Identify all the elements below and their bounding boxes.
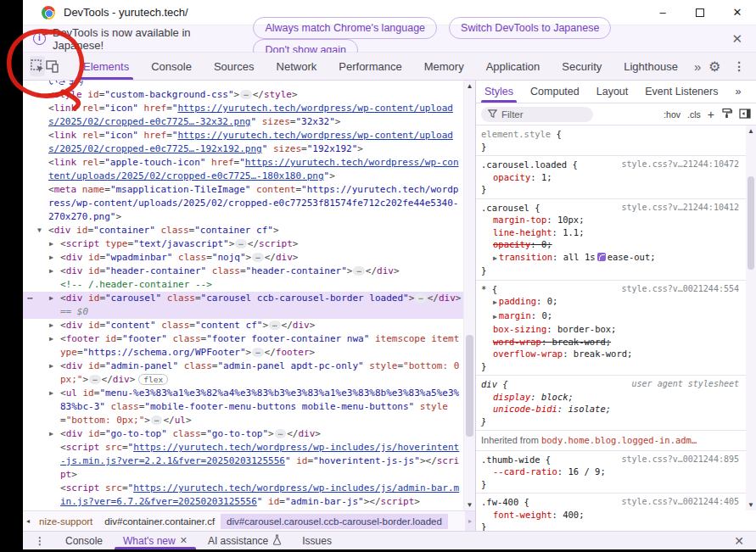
tree-row[interactable]: <!-- /.header-container --> — [23, 278, 463, 292]
notification-button[interactable]: Switch DevTools to Japanese — [449, 17, 611, 39]
settings-gear-icon[interactable]: ⚙ — [704, 56, 725, 76]
css-property[interactable]: unicode-bidi: isolate; — [481, 403, 741, 415]
css-property[interactable]: overflow-wrap: break-word; — [481, 348, 741, 360]
css-property[interactable]: line-height: 1.1; — [481, 226, 741, 239]
expand-ellipsis-button[interactable]: … — [415, 293, 426, 303]
rule-selector[interactable]: .thumb-wide — [481, 454, 540, 465]
expand-ellipsis-button[interactable]: … — [252, 348, 263, 357]
scroll-up-icon[interactable]: ▲ — [746, 127, 756, 135]
rule-selector[interactable]: div — [481, 379, 502, 389]
css-property[interactable]: display: block; — [481, 391, 741, 404]
tree-row[interactable]: <link rel="apple-touch-icon" href="https… — [23, 156, 463, 183]
rule-source-link[interactable]: style.css?v…0021244:554 — [622, 283, 739, 296]
inherited-selector-link[interactable]: body.home.blog.logged-in.adm… — [541, 435, 697, 445]
expand-arrow-icon[interactable]: ▶ — [49, 332, 53, 346]
expand-arrow-icon[interactable]: ▶ — [493, 298, 497, 306]
expand-arrow-icon[interactable]: ▼ — [37, 224, 42, 237]
tree-row[interactable]: <link rel="icon" href="https://yurutech.… — [23, 129, 463, 156]
expand-arrow-icon[interactable]: ▶ — [49, 251, 53, 265]
css-property[interactable]: ▶margin: 0; — [481, 309, 741, 324]
scrollbar-thumb[interactable] — [748, 176, 754, 270]
tree-row[interactable]: ▶<div id="wpadminbar" class="nojq">…</di… — [23, 251, 463, 265]
rule-source-link[interactable]: style.css?v…21244:10472 — [622, 159, 739, 171]
css-property[interactable]: box-sizing: border-box; — [481, 323, 741, 336]
tab-memory[interactable]: Memory — [413, 53, 475, 80]
breadcrumb-item[interactable]: div#container.container.cf — [98, 514, 221, 529]
expand-arrow-icon[interactable]: ▶ — [49, 265, 53, 278]
tree-row[interactable]: <script src="https://yurutech.tech/wordp… — [23, 482, 463, 509]
tab-application[interactable]: Application — [475, 53, 552, 80]
sidebar-more-tabs-icon[interactable]: » — [726, 81, 749, 103]
breadcrumb-item[interactable]: nize-support — [33, 514, 98, 529]
paint-roller-icon[interactable] — [721, 108, 732, 120]
tree-row[interactable]: ⋯▶<div id="carousel" class="carousel ccb… — [23, 292, 463, 319]
tab-sources[interactable]: Sources — [203, 53, 266, 80]
expand-ellipsis-button[interactable]: … — [252, 253, 263, 262]
expand-arrow-icon[interactable]: ▶ — [493, 313, 497, 321]
breadcrumb-next-icon[interactable]: ▸ — [465, 511, 475, 531]
element-classes-button[interactable]: .cls — [687, 109, 701, 120]
breadcrumb-prev-icon[interactable]: ◂ — [23, 517, 33, 525]
drawer-menu-icon[interactable]: ⋮ — [23, 535, 55, 547]
tab-close-icon[interactable]: ✕ — [180, 535, 188, 546]
tree-row[interactable]: ▶<footer id="footer" class="footer foote… — [23, 332, 463, 360]
scrollbar-thumb[interactable] — [466, 335, 473, 437]
sidebar-tab-event-listeners[interactable]: Event Listeners — [636, 81, 726, 103]
tree-row[interactable]: ▼<div id="container" class="container cf… — [23, 224, 463, 237]
row-menu-dots-icon[interactable]: ⋯ — [27, 292, 34, 305]
expand-ellipsis-button[interactable]: … — [275, 429, 286, 438]
notification-button[interactable]: Always match Chrome's language — [253, 17, 437, 39]
sidebar-tab-layout[interactable]: Layout — [588, 81, 637, 103]
css-property[interactable]: font-weight: 400; — [481, 509, 741, 521]
css-property[interactable]: ▶transition: all 1sease-out; — [481, 251, 741, 265]
tab-security[interactable]: Security — [551, 53, 613, 80]
css-property[interactable]: word-wrap: break-word; — [481, 336, 741, 348]
drawer-close-icon[interactable]: ✕ — [734, 534, 744, 548]
customize-menu-icon[interactable]: ⋮ — [725, 59, 753, 73]
tree-row[interactable]: ▶<style id="custom-background-css">…</st… — [23, 88, 463, 102]
expand-ellipsis-button[interactable]: … — [240, 90, 251, 99]
expand-arrow-icon[interactable]: ▶ — [49, 387, 53, 400]
drawer-tab-console[interactable]: Console — [55, 532, 113, 549]
tree-row[interactable]: ▶<div id="header-container" class="heade… — [23, 265, 463, 278]
inspect-element-icon[interactable] — [30, 56, 45, 76]
rule-selector[interactable]: .carousel — [481, 203, 529, 213]
tree-row[interactable]: <meta name="msapplication-TileImage" con… — [23, 183, 463, 224]
breadcrumb-item[interactable]: div#carousel.carousel.ccb-carousel-borde… — [221, 514, 448, 529]
tree-row[interactable]: <script src="https://yurutech.tech/wordp… — [23, 441, 463, 482]
expand-arrow-icon[interactable]: ▶ — [49, 237, 53, 251]
scroll-down-icon[interactable]: ▼ — [464, 501, 475, 509]
drawer-tab-issues[interactable]: Issues — [292, 532, 342, 549]
tab-console[interactable]: Console — [140, 53, 203, 80]
expand-arrow-icon[interactable]: ▶ — [37, 88, 42, 102]
drawer-tab-what-s-new[interactable]: What's new✕ — [113, 532, 198, 549]
scroll-up-icon[interactable]: ▲ — [464, 82, 475, 90]
notification-close-icon[interactable]: ✕ — [731, 31, 742, 47]
rule-selector[interactable]: * — [481, 284, 492, 294]
sidebar-tab-computed[interactable]: Computed — [522, 81, 588, 103]
tree-row[interactable]: ▶<div id="go-to-top" class="go-to-top">…… — [23, 427, 463, 441]
tree-row[interactable]: ▶<div id="admin-panel" class="admin-pane… — [23, 360, 463, 387]
css-property[interactable]: opacity: 1; — [481, 171, 741, 184]
device-toolbar-icon[interactable] — [45, 56, 60, 76]
computed-sidebar-toggle-icon[interactable] — [739, 109, 751, 120]
tree-row[interactable]: ▶<div id="content" class="content cf">…<… — [23, 319, 463, 332]
tab-network[interactable]: Network — [266, 53, 328, 80]
css-property[interactable]: ▶padding: 0; — [481, 295, 741, 309]
rule-selector[interactable]: .carousel.loaded — [481, 159, 567, 170]
expand-arrow-icon[interactable]: ▶ — [49, 427, 53, 441]
css-property[interactable]: --card-ratio: 16 / 9; — [481, 466, 741, 478]
expand-ellipsis-button[interactable]: … — [353, 266, 364, 276]
expand-arrow-icon[interactable]: ▶ — [49, 292, 53, 305]
css-property[interactable]: opacity: 0; — [481, 238, 741, 251]
expand-ellipsis-button[interactable]: … — [269, 321, 280, 330]
tree-row[interactable]: ▶<ul id="menu-%e3%83%a1%e3%82%a4%e3%83%b… — [23, 387, 463, 427]
tree-row[interactable]: いさます ゛ — [23, 81, 463, 88]
rule-source-link[interactable]: style.css?v…0021244:405 — [622, 496, 739, 509]
tree-row[interactable]: <link rel="icon" href="https://yurutech.… — [23, 102, 463, 129]
tree-row[interactable]: ▶<script type="text/javascript">…</scrip… — [23, 237, 463, 251]
rule-source-link[interactable]: style.css?v…21244:10412 — [622, 202, 739, 215]
tab-performance[interactable]: Performance — [328, 53, 412, 80]
css-property[interactable]: margin-top: 10px; — [481, 214, 741, 226]
elements-scrollbar[interactable]: ▲ ▼ — [463, 81, 475, 510]
